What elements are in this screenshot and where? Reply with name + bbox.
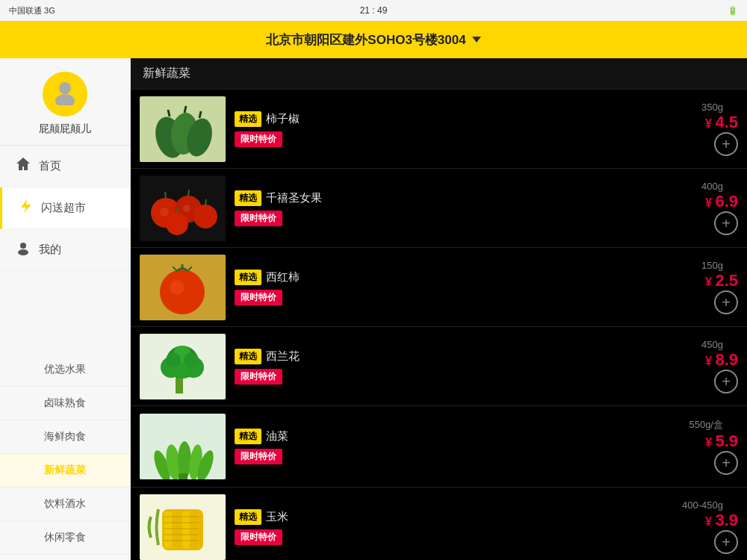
promo-tag-p5: 限时特价 [235, 449, 678, 464]
svg-point-16 [183, 205, 190, 212]
status-left: 中国联通 3G [9, 5, 55, 16]
nav-item-home[interactable]: 首页 [0, 146, 130, 187]
tag-limited-p5: 限时特价 [235, 449, 282, 464]
product-tags-p3: 精选 西红柿 [235, 270, 678, 285]
svg-point-1 [55, 94, 75, 105]
product-right-p1: 350g ¥ 4.5 + [678, 96, 738, 162]
carrier-text: 中国联通 3G [9, 5, 55, 16]
product-item: 精选 玉米 限时特价 400-450g ¥ 3.9 + [131, 488, 747, 560]
product-right-p2: 400g ¥ 6.9 + [678, 175, 738, 241]
product-name-p6: 玉米 [266, 510, 288, 524]
product-meta-p2: 精选 千禧圣女果 限时特价 [235, 190, 678, 226]
tag-limited-p1: 限时特价 [235, 131, 282, 147]
svg-line-21 [177, 208, 178, 213]
tag-jingxuan-p4: 精选 [235, 349, 261, 364]
tag-limited-p4: 限时特价 [235, 369, 282, 385]
status-right: 🔋 [728, 6, 738, 16]
add-button-p3[interactable]: + [714, 290, 738, 314]
product-price-p4: ¥ 8.9 [705, 350, 738, 370]
cat-snacks[interactable]: 休闲零食 [0, 521, 130, 555]
svg-line-8 [168, 110, 170, 116]
svg-point-3 [18, 249, 28, 255]
product-image-p5 [140, 414, 226, 479]
product-price-p3: ¥ 2.5 [705, 271, 738, 290]
svg-point-0 [59, 82, 71, 94]
product-weight-p4: 450g [701, 339, 723, 350]
category-list: 优选水果 卤味熟食 海鲜肉食 新鲜蔬菜 饮料酒水 休闲零食 副食调味 整箱购 冰… [0, 353, 130, 561]
product-weight-p5: 550g/盒 [689, 418, 723, 432]
add-button-p2[interactable]: + [714, 211, 738, 235]
product-image-p4 [140, 334, 226, 399]
tag-limited-p2: 限时特价 [235, 211, 282, 226]
cat-vegetables[interactable]: 新鲜蔬菜 [0, 454, 130, 488]
cat-drinks[interactable]: 饮料酒水 [0, 488, 130, 521]
product-right-p5: 550g/盒 ¥ 5.9 + [678, 412, 738, 481]
nav-item-mine[interactable]: 我的 [0, 229, 130, 271]
tag-jingxuan-p1: 精选 [235, 111, 261, 127]
product-item: 精选 千禧圣女果 限时特价 400g ¥ 6.9 + [131, 169, 747, 248]
promo-tag-p6: 限时特价 [235, 529, 678, 545]
add-button-p4[interactable]: + [714, 370, 738, 393]
main-layout: 屁颠屁颠儿 首页 闪送超市 我的 [0, 58, 747, 560]
product-content: 新鲜蔬菜 精选 柿子椒 限时特价 [131, 58, 747, 560]
svg-rect-43 [179, 473, 187, 479]
product-item: 精选 西红柿 限时特价 150g ¥ 2.5 + [131, 248, 747, 327]
product-meta-p5: 精选 油菜 限时特价 [235, 429, 678, 464]
cat-seafood[interactable]: 海鲜肉食 [0, 420, 130, 454]
product-meta-p6: 精选 玉米 限时特价 [235, 509, 678, 545]
product-tags-p5: 精选 油菜 [235, 429, 678, 444]
product-weight-p1: 350g [701, 102, 723, 113]
product-weight-p2: 400g [701, 181, 723, 192]
cat-fruits[interactable]: 优选水果 [0, 353, 130, 387]
svg-point-2 [20, 243, 26, 249]
product-image-p6 [140, 494, 226, 560]
add-button-p6[interactable]: + [714, 530, 738, 554]
product-price-p5: ¥ 5.9 [705, 432, 738, 451]
svg-point-18 [193, 205, 217, 228]
product-tags-p1: 精选 柿子椒 [235, 111, 678, 127]
product-image-p3 [140, 255, 226, 320]
add-button-p1[interactable]: + [714, 132, 738, 156]
price-symbol-p1: ¥ [705, 117, 715, 130]
nav-item-flash[interactable]: 闪送超市 [0, 187, 130, 229]
product-tags-p2: 精选 千禧圣女果 [235, 190, 678, 206]
header-address: 北京市朝阳区建外SOHO3号楼3004 [266, 31, 465, 49]
avatar [43, 72, 87, 116]
tag-limited-p3: 限时特价 [235, 290, 282, 305]
add-button-p5[interactable]: + [714, 451, 738, 475]
cat-condiments[interactable]: 副食调味 [0, 555, 130, 561]
product-name-p3: 西红柿 [266, 270, 300, 284]
product-item: 精选 西兰花 限时特价 450g ¥ 8.9 + [131, 327, 747, 406]
product-meta-p1: 精选 柿子椒 限时特价 [235, 111, 678, 147]
svg-point-13 [160, 208, 169, 217]
product-price-p1: ¥ 4.5 [705, 113, 738, 132]
tag-jingxuan-p2: 精选 [235, 190, 261, 206]
tag-limited-p6: 限时特价 [235, 529, 282, 545]
nav-label-home: 首页 [39, 159, 61, 173]
product-weight-p3: 150g [701, 260, 723, 271]
section-title: 新鲜蔬菜 [131, 58, 747, 90]
tag-jingxuan-p3: 精选 [235, 270, 261, 285]
product-right-p6: 400-450g ¥ 3.9 + [678, 494, 738, 560]
battery-icon: 🔋 [728, 6, 738, 16]
promo-tag-p1: 限时特价 [235, 131, 678, 147]
product-meta-p4: 精选 西兰花 限时特价 [235, 349, 678, 385]
svg-line-14 [165, 192, 166, 198]
header: 北京市朝阳区建外SOHO3号楼3004 [0, 21, 747, 58]
product-tags-p6: 精选 玉米 [235, 509, 678, 525]
flash-icon [17, 198, 34, 218]
svg-line-17 [188, 190, 189, 196]
sidebar: 屁颠屁颠儿 首页 闪送超市 我的 [0, 58, 131, 560]
address-dropdown-icon[interactable] [472, 37, 481, 43]
status-time: 21 : 49 [360, 5, 388, 16]
cat-cooked[interactable]: 卤味熟食 [0, 387, 130, 420]
product-right-p3: 150g ¥ 2.5 + [678, 254, 738, 320]
username: 屁颠屁颠儿 [39, 122, 91, 136]
promo-tag-p3: 限时特价 [235, 290, 678, 305]
nav-items: 首页 闪送超市 我的 [0, 146, 130, 353]
svg-point-36 [175, 364, 190, 379]
mine-icon [15, 240, 31, 260]
product-price-p6: ¥ 3.9 [705, 511, 738, 530]
tag-jingxuan-p6: 精选 [235, 509, 261, 525]
svg-line-9 [185, 106, 186, 113]
